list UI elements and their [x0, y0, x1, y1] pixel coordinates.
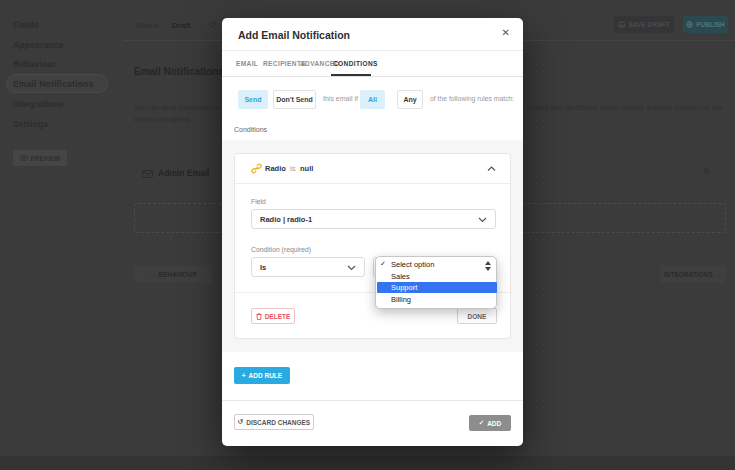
rules-match-text: of the following rules match: [430, 95, 514, 102]
done-button[interactable]: DONE [457, 308, 497, 324]
trash-icon [256, 313, 262, 320]
chevron-up-icon[interactable] [487, 166, 496, 172]
preview-button[interactable]: PREVIEW [13, 150, 67, 166]
publish-label: PUBLISH [696, 21, 725, 28]
builder-dot-pattern-right [526, 12, 556, 456]
description-fragment-left: You can send customized e [134, 104, 222, 111]
sidebar-item-email-notifications[interactable]: Email Notifications [13, 79, 93, 89]
undo-icon: ↺ [238, 418, 243, 426]
save-icon [618, 21, 625, 28]
integrations-nav-label: INTEGRATIONS [664, 271, 713, 278]
status-value: Draft [172, 21, 191, 30]
gear-icon[interactable]: ⚙ [703, 167, 710, 176]
dropdown-option-label: Select option [391, 260, 434, 269]
rule-summary-field: Radio [265, 164, 286, 173]
arrow-right-icon: → [716, 271, 723, 278]
dropdown-option-select-option[interactable]: ✓ Select option [376, 260, 496, 269]
active-tab-underline [331, 74, 371, 76]
all-toggle-button[interactable]: All [360, 90, 385, 109]
chevron-down-icon [347, 265, 356, 271]
dropdown-stepper-icon[interactable] [485, 261, 493, 270]
this-email-if-text: this email if [323, 95, 358, 102]
sidebar-item-settings[interactable]: Settings [13, 119, 48, 129]
check-icon: ✓ [380, 260, 386, 268]
save-draft-button[interactable]: SAVE DRAFT [614, 16, 674, 33]
add-button-label: ADD [487, 420, 501, 427]
field-select-value: Radio | radio-1 [260, 215, 312, 224]
rule-summary-operator: is [290, 164, 295, 173]
builder-dot-pattern-left [195, 12, 222, 456]
modal-header-divider [222, 50, 523, 51]
rule-summary-value: null [300, 164, 313, 173]
sidebar-item-fields[interactable]: Fields [13, 20, 39, 30]
modal-title: Add Email Notification [238, 29, 350, 41]
app-root: Fields Appearance Behaviour Email Notifi… [0, 0, 735, 470]
field-label: Field [251, 198, 266, 205]
condition-select[interactable]: Is [251, 257, 365, 277]
dropdown-option-sales[interactable]: Sales [376, 272, 496, 281]
field-select[interactable]: Radio | radio-1 [251, 209, 496, 229]
sidebar-item-integrations[interactable]: Integrations [13, 99, 64, 109]
add-email-notification-modal: Add Email Notification ✕ EMAIL RECIPIENT… [222, 18, 523, 446]
description-line2: email notifications. [134, 116, 192, 123]
conditions-section-label: Conditions [234, 126, 267, 133]
eye-icon [20, 155, 28, 161]
refresh-icon[interactable]: ⟳ [209, 19, 217, 29]
mail-icon [142, 170, 153, 178]
behaviour-nav-label: BEHAVIOUR [158, 271, 197, 278]
discard-changes-button[interactable]: ↺ DISCARD CHANGES [234, 414, 314, 430]
admin-email-row-label[interactable]: Admin Email [158, 168, 209, 178]
delete-rule-label: DELETE [265, 313, 291, 320]
tab-email[interactable]: EMAIL [236, 60, 258, 67]
add-rule-label: ADD RULE [249, 372, 283, 379]
publish-button[interactable]: PUBLISH [683, 16, 728, 33]
delete-rule-button[interactable]: DELETE [251, 308, 295, 324]
behaviour-nav-button[interactable]: ← BEHAVIOUR [134, 265, 212, 283]
globe-icon [686, 21, 693, 28]
send-toggle-button[interactable]: Send [238, 90, 268, 109]
any-toggle-button[interactable]: Any [397, 90, 423, 109]
condition-label: Condition (required) [251, 246, 311, 253]
tabs-divider [222, 76, 523, 77]
rule-card: Radio is null Field Radio | radio-1 Cond… [234, 153, 511, 339]
value-dropdown-menu: ✓ Select option Sales Support Billing [375, 256, 497, 309]
add-button[interactable]: ✓ ADD [469, 415, 511, 431]
sidebar-item-appearance[interactable]: Appearance [13, 40, 64, 50]
discard-changes-label: DISCARD CHANGES [246, 419, 310, 426]
close-icon[interactable]: ✕ [502, 27, 510, 38]
status-label: Status [136, 21, 159, 30]
rule-card-header-divider [235, 183, 510, 184]
preview-button-label: PREVIEW [31, 155, 61, 162]
arrow-left-icon: ← [149, 271, 156, 278]
integrations-nav-button[interactable]: INTEGRATIONS → [660, 265, 726, 283]
dropdown-option-support[interactable]: Support [377, 282, 497, 293]
save-draft-label: SAVE DRAFT [628, 21, 669, 28]
description-fragment-right: routing and conditional emails provide g… [527, 104, 727, 111]
page-title: Email Notifications [134, 66, 224, 77]
add-rule-button[interactable]: + ADD RULE [234, 367, 290, 384]
dont-send-toggle-button[interactable]: Don't Send [273, 90, 316, 109]
tab-conditions[interactable]: CONDITIONS [333, 60, 378, 67]
sidebar-item-behaviour[interactable]: Behaviour [13, 59, 56, 69]
check-icon: ✓ [479, 419, 484, 427]
condition-select-value: Is [260, 263, 266, 272]
plus-icon: + [242, 372, 246, 379]
page-footer-strip [0, 456, 735, 470]
dropdown-option-billing[interactable]: Billing [376, 295, 496, 304]
link-icon [251, 163, 262, 174]
chevron-down-icon [478, 217, 487, 223]
modal-footer-divider [222, 400, 523, 401]
